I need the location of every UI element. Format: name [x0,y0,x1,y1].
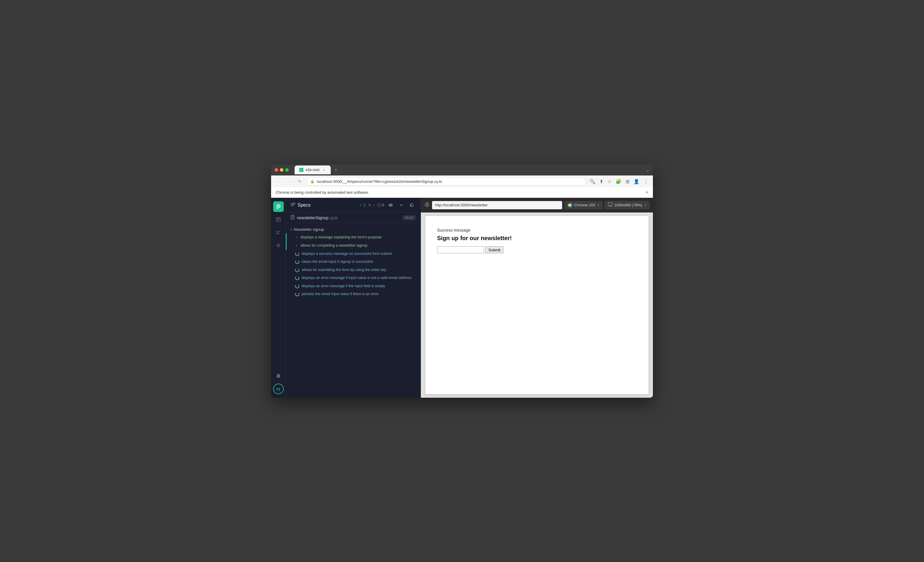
test-item[interactable]: persists the email input value if there … [286,290,421,298]
pending-icon [295,276,299,280]
traffic-lights [274,168,289,172]
share-icon[interactable]: ⬆ [598,177,604,185]
test-text: displays a success message on successful… [302,251,416,257]
test-text: displays an error message if input value… [302,275,416,281]
url-bar[interactable]: 🔒 localhost:3000/__/#/specs/runner?file=… [306,177,586,185]
iframe-content: Success message Sign up for our newslett… [425,216,648,394]
main-content: ⌘ cy Specs [271,198,653,398]
x-icon: ✕ [368,203,371,207]
preview-url-bar[interactable]: http://localhost:3000/newsletter [432,201,562,209]
svg-rect-2 [276,207,280,207]
test-list: ▾ Newsletter signup ✓ displays a message… [286,223,421,398]
lock-icon: 🔒 [310,179,315,183]
browser-name: Chrome 103 [574,203,596,207]
test-text: persists the email input value if there … [302,292,416,297]
dropdown-button[interactable] [397,201,405,209]
browser-window: e e2e-next × + ⌄ ← → ↻ 🔒 localhost:3000/… [271,164,653,398]
test-item[interactable]: displays an error message if the input f… [286,282,421,290]
svg-rect-5 [277,218,280,219]
maximize-window-button[interactable] [285,168,289,172]
notification-bar: Chrome is being controlled by automated … [271,187,653,198]
eye-button[interactable] [387,201,395,209]
file-row[interactable]: newsletterSignup .cy.ts 00:02 [286,212,421,223]
resolution-dropdown-arrow: ▾ [645,203,646,207]
new-tab-button[interactable]: + [332,166,340,174]
specs-title: Specs [291,202,310,208]
pending-icon [295,284,299,289]
specs-header: Specs ✓ 2 ✕ -- 6 [286,198,421,212]
bookmark-icon[interactable]: ☆ [606,177,613,185]
specs-panel: Specs ✓ 2 ✕ -- 6 [286,198,421,398]
pass-icon: ✓ [295,235,298,240]
test-group-name: Newsletter signup [294,227,324,231]
preview-url-text: http://localhost:3000/newsletter [435,203,488,207]
back-button[interactable]: ← [274,177,283,185]
sidebar-item-runs[interactable] [273,214,284,225]
test-group-header[interactable]: ▾ Newsletter signup [286,225,421,233]
screen-icon [608,203,613,207]
cypress-logo[interactable]: cy [273,383,284,394]
globe-icon [424,202,430,208]
sidebar-item-settings[interactable] [273,240,284,251]
svg-rect-3 [276,208,279,209]
pending-icon [295,252,299,256]
close-window-button[interactable] [274,168,278,172]
tab-title: e2e-next [306,168,320,172]
test-item[interactable]: clears the email input if signup is succ… [286,258,421,266]
test-text: allows for completing a newsletter signu… [300,243,416,248]
profile-icon[interactable]: 👤 [632,177,640,185]
svg-point-10 [278,245,279,246]
preview-frame: Success message Sign up for our newslett… [421,212,653,398]
sidebar-item-keyboard[interactable]: ⌘ [273,371,284,381]
notification-close-button[interactable]: × [646,190,648,195]
sidebar-item-specs[interactable] [273,201,284,212]
resolution-text: 1000x660 (78%) [614,203,642,207]
minimize-window-button[interactable] [280,168,284,172]
test-item[interactable]: ✓ allows for completing a newsletter sig… [286,242,421,250]
svg-point-12 [389,204,392,206]
resolution-selector[interactable]: 1000x660 (78%) ▾ [605,201,650,209]
address-bar: ← → ↻ 🔒 localhost:3000/__/#/specs/runner… [271,176,653,187]
window-arrow-icon: ⌄ [646,167,650,173]
test-item[interactable]: displays a success message on successful… [286,250,421,258]
title-bar: e e2e-next × + ⌄ [271,164,653,176]
chevron-icon: ▾ [291,228,292,231]
email-input[interactable] [437,246,484,253]
test-item[interactable]: allows for submitting the form by using … [286,266,421,274]
active-tab[interactable]: e e2e-next × [295,165,331,174]
svg-point-13 [390,204,391,206]
svg-rect-6 [277,219,280,220]
tab-favicon: e [299,168,303,172]
extensions-icon[interactable]: 🧩 [614,177,622,185]
split-icon[interactable]: ⊞ [624,177,631,185]
tab-close-button[interactable]: × [322,168,326,172]
reload-button[interactable]: ↻ [296,177,304,185]
pending-icon [295,268,299,272]
test-text: displays an error message if the input f… [302,284,416,289]
pending-badge: 6 [377,203,384,207]
success-label: Success message [437,228,471,233]
browser-dropdown-arrow: ▾ [598,203,599,207]
test-text: displays a message explaining the form's… [300,235,416,240]
pass-icon: ✓ [295,243,298,248]
browser-selector[interactable]: Chrome 103 ▾ [564,201,602,209]
svg-rect-0 [276,204,280,205]
test-item[interactable]: ✓ displays a message explaining the form… [286,233,421,242]
notification-text: Chrome is being controlled by automated … [276,190,369,195]
test-item[interactable]: displays an error message if input value… [286,274,421,282]
newsletter-form: Submit [437,246,503,253]
submit-button[interactable]: Submit [485,246,503,253]
refresh-button[interactable] [408,201,416,209]
preview-toolbar: http://localhost:3000/newsletter Chrome … [421,198,653,212]
keyboard-shortcut-icon: ⌘ [276,373,281,379]
sidebar-item-commands[interactable] [273,227,284,238]
svg-rect-17 [608,203,612,206]
svg-point-11 [378,204,381,207]
zoom-icon[interactable]: 🔍 [588,177,597,185]
specs-controls: ✓ 2 ✕ -- 6 [359,201,416,209]
svg-rect-1 [276,206,280,206]
forward-button[interactable]: → [285,177,293,185]
newsletter-heading: Sign up for our newsletter! [437,235,512,242]
test-text: clears the email input if signup is succ… [302,259,416,264]
menu-icon[interactable]: ⋮ [642,177,650,185]
